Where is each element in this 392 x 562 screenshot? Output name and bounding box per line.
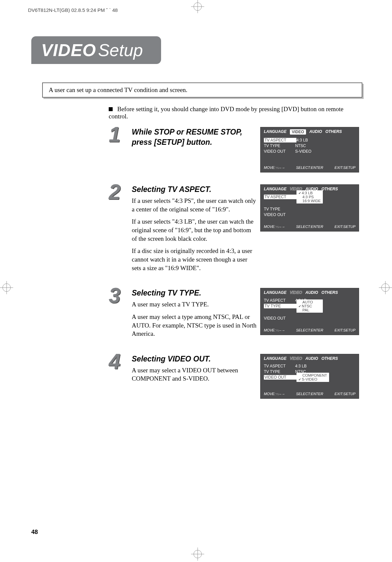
osd-foot-select: SELECT:ENTER [296,166,323,170]
osd-foot-move: MOVE: [264,166,285,170]
osd-tab-others: OTHERS [325,129,342,135]
step-4-heading: Selecting VIDEO OUT. [132,354,257,364]
osd-row-label: TV TYPE [264,304,296,308]
osd-tab-audio: AUDIO [305,290,318,295]
osd-option-list: COMPONENT S-VIDEO [296,373,329,382]
osd-tab-video: VIDEO [290,356,302,361]
intro-bar: A user can set up a connected TV conditi… [42,82,362,98]
step-3-number: 3 [109,286,132,305]
page-title-sub: Setup [98,41,143,60]
step-3-para-1: A user may select a TV TYPE. [132,300,257,309]
osd-screenshot-4: LANGUAGE VIDEO AUDIO OTHERS TV ASPECT4:3… [260,354,359,399]
osd-foot-select: SELECT:ENTER [296,328,323,332]
osd-row-value: 4:3 LB [296,138,308,142]
osd-foot-exit: EXIT:SETUP [335,166,355,170]
osd-tab-video: VIDEO [290,129,306,135]
osd-row-value: NTSC [295,143,306,148]
osd-row-label: VIDEO OUT [264,316,295,321]
osd-row-value: S-VIDEO [295,149,311,154]
step-1-heading: While STOP or RESUME STOP, press [SETUP]… [132,127,257,147]
osd-row-label: VIDEO OUT [264,149,295,154]
osd-foot-select: SELECT:ENTER [296,225,323,229]
osd-option-list: 4:3 LB 4:3 PS 16:9 WIDE [296,190,323,203]
osd-row-label: TV TYPE [264,207,295,211]
step-2-para-2: If a user selects "4:3 LB", the user can… [132,217,257,243]
osd-tab-video: VIDEO [290,290,302,295]
pre-note: Before setting it, you should change int… [109,106,359,120]
step-4: 4 Selecting VIDEO OUT. A user may select… [109,354,359,399]
osd-tab-language: LANGUAGE [264,356,287,361]
osd-tab-others: OTHERS [322,290,338,295]
osd-foot-exit: EXIT:SETUP [335,392,355,396]
step-3-para-2: A user may select a type among NTSC, PAL… [132,313,257,338]
osd-tab-language: LANGUAGE [264,290,287,295]
page-number: 48 [31,529,38,536]
osd-row-label: TV ASPECT [264,195,296,199]
page-title-main: VIDEO [41,41,96,60]
osd-row-value: 4:3 LB [295,364,307,368]
osd-foot-exit: EXIT:SETUP [335,225,355,229]
osd-row-label: TV TYPE [264,143,295,148]
step-4-para-1: A user may select a VIDEO OUT between CO… [132,366,257,383]
step-2-number: 2 [109,183,132,202]
page-title-tab: VIDEOSetup [31,36,161,64]
osd-row-label: TV ASPECT [264,138,296,142]
osd-option-list: AUTO NTSC PAL [296,299,323,313]
osd-foot-move: MOVE: [264,328,285,332]
osd-screenshot-2: LANGUAGE VIDEO AUDIO OTHERS TV ASPECT 4:… [260,184,359,232]
crop-mark-top [191,0,204,13]
osd-tab-audio: AUDIO [305,356,318,361]
step-4-number: 4 [109,352,132,371]
osd-foot-exit: EXIT:SETUP [335,328,355,332]
step-3: 3 Selecting TV TYPE. A user may select a… [109,288,359,342]
osd-tab-language: LANGUAGE [264,187,287,191]
osd-tab-others: OTHERS [322,187,338,191]
osd-row-label: TV ASPECT [264,364,295,368]
osd-row-label: TV ASPECT [264,298,295,303]
pre-note-text: Before setting it, you should change int… [109,106,344,120]
osd-row-label: VIDEO OUT [264,375,296,380]
osd-tab-audio: AUDIO [309,129,322,135]
osd-tab-language: LANGUAGE [264,129,287,135]
osd-row-label: VIDEO OUT [264,212,295,217]
osd-tab-others: OTHERS [322,356,338,361]
crop-mark-bottom [191,547,204,562]
step-1-number: 1 [109,125,132,144]
step-1: 1 While STOP or RESUME STOP, press [SETU… [109,127,359,172]
osd-screenshot-1: LANGUAGE VIDEO AUDIO OTHERS TV ASPECT4:3… [260,127,359,172]
crop-mark-left [0,281,13,294]
print-header-line: DV6T812N-LT(GB) 02.8.5 9:24 PM ˘ ` 48 [28,7,118,13]
osd-foot-select: SELECT:ENTER [296,392,323,396]
osd-foot-move: MOVE: [264,225,285,229]
osd-screenshot-3: LANGUAGE VIDEO AUDIO OTHERS TV ASPECT4:3… [260,288,359,335]
osd-foot-move: MOVE: [264,392,285,396]
step-3-heading: Selecting TV TYPE. [132,288,257,298]
bullet-square-icon [109,107,113,111]
step-2: 2 Selecting TV ASPECT. If a user selects… [109,184,359,276]
step-2-para-1: If a user selects "4:3 PS", the user can… [132,197,257,213]
crop-mark-right [379,281,392,294]
step-2-para-3: If a disc size is originally recorded in… [132,247,257,272]
osd-row-label: TV TYPE [264,369,295,374]
step-2-heading: Selecting TV ASPECT. [132,184,257,195]
